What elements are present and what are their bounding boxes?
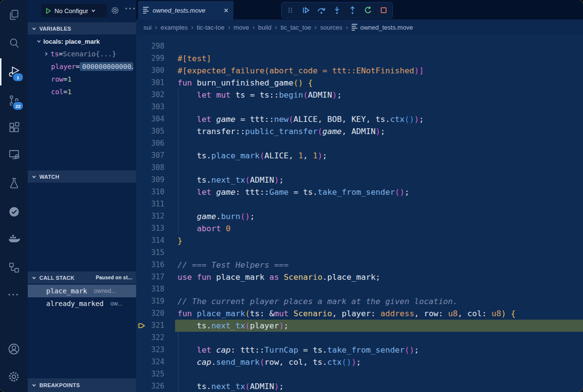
code-line[interactable]: 317use fun place_mark as Scenario.place_… (136, 271, 583, 283)
line-number[interactable]: 310 (136, 186, 164, 198)
code-line[interactable]: 323 let cap: ttt::TurnCap = ts.take_from… (136, 344, 583, 356)
variables-scope-row[interactable]: locals: place_mark (28, 35, 136, 48)
code-area[interactable]: 298299#[test]300#[expected_failure(abort… (136, 35, 583, 392)
extensions-icon[interactable] (0, 116, 28, 140)
continue-icon[interactable] (300, 4, 312, 16)
breadcrumb-item[interactable]: examples (160, 24, 188, 31)
more-icon[interactable]: ··· (0, 283, 28, 307)
line-number[interactable]: 302 (136, 89, 164, 101)
code-line[interactable]: 303 (136, 101, 583, 113)
run-config-dropdown[interactable]: No Configur (41, 4, 107, 17)
tab-owned-tests[interactable]: owned_tests.move × (138, 1, 233, 19)
code-line[interactable]: 324 cap.send_mark(row, col, ts.ctx()); (136, 356, 583, 368)
breadcrumb-item[interactable]: sui (143, 24, 152, 31)
code-line[interactable]: 313 abort 0 (136, 222, 583, 235)
variable-row[interactable]: player = 000000000000… (28, 60, 136, 73)
docker-icon[interactable] (0, 227, 28, 251)
line-number[interactable]: 305 (136, 125, 164, 137)
search-icon[interactable] (0, 31, 28, 55)
watch-section-header[interactable]: WATCH (28, 170, 136, 183)
breadcrumb-item[interactable]: owned_tests.move (352, 23, 413, 32)
code-line[interactable]: 309 ts.next_tx(ADMIN); (136, 174, 583, 186)
step-out-icon[interactable] (347, 4, 358, 16)
code-line[interactable]: 320fun place_mark(ts: &mut Scenario, pla… (136, 307, 583, 320)
variables-section-header[interactable]: VARIABLES (28, 22, 136, 34)
line-number[interactable]: 312 (136, 210, 164, 222)
call-stack-frame[interactable]: already_markedow... (28, 297, 136, 310)
line-number[interactable]: 311 (136, 198, 164, 210)
line-number[interactable]: 317 (136, 271, 164, 283)
variable-row[interactable]: row = 1 (28, 73, 136, 85)
code-line[interactable]: 312 game.burn(); (136, 210, 583, 222)
code-line[interactable]: 326 ts.next_tx(ADMIN); (136, 380, 583, 392)
line-number[interactable]: 326 (136, 380, 164, 392)
line-number[interactable]: 323 (136, 344, 164, 356)
code-line[interactable]: 318 (136, 283, 583, 295)
line-number[interactable]: 322 (136, 332, 164, 344)
run-debug-icon[interactable]: 1 (0, 60, 28, 84)
variable-row[interactable]: col = 1 (28, 85, 136, 98)
line-number[interactable]: 309 (136, 174, 164, 186)
restart-icon[interactable] (362, 4, 374, 16)
line-number[interactable]: 303 (136, 101, 164, 113)
code-line[interactable]: 300#[expected_failure(abort_code = ttt::… (136, 65, 583, 77)
line-number[interactable]: 308 (136, 162, 164, 174)
line-number[interactable]: 320 (136, 307, 164, 320)
code-line[interactable]: 298 (136, 40, 583, 52)
code-line[interactable]: 299#[test] (136, 52, 583, 65)
line-number[interactable]: 314 (136, 235, 164, 247)
breadcrumb-item[interactable]: sources (320, 24, 343, 31)
line-number[interactable]: 301 (136, 77, 164, 89)
code-line[interactable]: 305 transfer::public_transfer(game, ADMI… (136, 125, 583, 137)
call-stack-frame[interactable]: place_markowned... (28, 285, 136, 297)
code-line[interactable]: 311 (136, 198, 583, 210)
step-into-icon[interactable] (331, 4, 343, 16)
code-line[interactable]: 314} (136, 235, 583, 247)
line-number[interactable]: 321 (136, 320, 164, 332)
code-line[interactable]: 325 (136, 368, 583, 380)
line-number[interactable]: 324 (136, 356, 164, 368)
line-number[interactable]: 298 (136, 40, 164, 52)
call-stack-section-header[interactable]: CALL STACK Paused on st... (28, 272, 136, 284)
line-number[interactable]: 319 (136, 295, 164, 307)
code-line[interactable]: 322 (136, 332, 583, 344)
breadcrumb-item[interactable]: tic_tac_toe (281, 24, 311, 31)
breadcrumb-item[interactable]: move (233, 24, 249, 31)
code-line[interactable]: 302 let mut ts = ts::begin(ADMIN); (136, 89, 583, 101)
line-number[interactable]: 315 (136, 247, 164, 259)
code-line[interactable]: 315 (136, 247, 583, 259)
line-number[interactable]: 300 (136, 65, 164, 77)
line-number[interactable]: 307 (136, 150, 164, 162)
line-number[interactable]: 306 (136, 137, 164, 150)
breakpoints-section-header[interactable]: BREAKPOINTS (28, 378, 136, 392)
explorer-icon[interactable] (0, 3, 28, 27)
close-tab-icon[interactable]: × (224, 6, 229, 15)
debug-settings-gear-icon[interactable] (110, 6, 120, 15)
check-circle-icon[interactable] (0, 200, 28, 224)
code-line[interactable]: 319// The current player places a mark a… (136, 295, 583, 307)
sidebar-more-icon[interactable]: ··· (125, 4, 137, 14)
source-control-icon[interactable]: 22 (0, 88, 28, 113)
code-line[interactable]: 316// === Test Helpers === (136, 259, 583, 271)
line-number[interactable]: 304 (136, 113, 164, 125)
hierarchy-icon[interactable] (0, 256, 28, 280)
code-line[interactable]: 306 (136, 137, 583, 150)
code-line[interactable]: 321 ts.next_tx(player); (136, 320, 583, 332)
line-number[interactable]: 325 (136, 368, 164, 380)
code-line[interactable]: 301fun burn_unfinished_game() { (136, 77, 583, 89)
remote-explorer-icon[interactable] (0, 142, 28, 167)
line-number[interactable]: 313 (136, 222, 164, 235)
line-number[interactable]: 318 (136, 283, 164, 295)
stop-icon[interactable] (378, 4, 389, 16)
variable-row[interactable]: ts = Scenario{...} (28, 48, 136, 60)
testing-icon[interactable] (0, 171, 28, 195)
drag-grip-icon[interactable] (284, 4, 296, 16)
account-icon[interactable] (0, 337, 28, 361)
code-line[interactable]: 307 ts.place_mark(ALICE, 1, 1); (136, 150, 583, 162)
code-line[interactable]: 310 let game: ttt::Game = ts.take_from_s… (136, 186, 583, 198)
breadcrumb-item[interactable]: build (258, 24, 271, 31)
code-line[interactable]: 304 let game = ttt::new(ALICE, BOB, KEY,… (136, 113, 583, 125)
code-line[interactable]: 308 (136, 162, 583, 174)
settings-gear-icon[interactable] (0, 364, 28, 389)
line-number[interactable]: 299 (136, 52, 164, 65)
